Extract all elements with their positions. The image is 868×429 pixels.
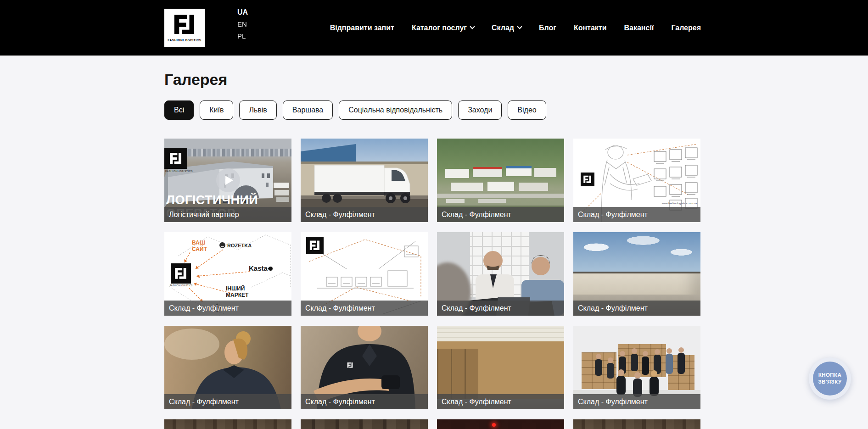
main-nav: Відправити запит Каталог послуг Склад Бл… <box>330 0 701 56</box>
gallery-grid: FASHIONLOGISTICS ЛОГІСТИЧНИЙ ОПЕРАТОР Ло… <box>164 139 701 429</box>
gallery-item-caption: Склад - Фулфілмент <box>164 301 291 316</box>
nav-warehouse[interactable]: Склад <box>492 24 521 32</box>
nav-blog[interactable]: Блог <box>539 24 556 32</box>
filter-events[interactable]: Заходи <box>458 100 502 120</box>
gallery-item[interactable]: Склад - Фулфілмент <box>164 326 291 409</box>
filter-lviv[interactable]: Львів <box>239 100 276 120</box>
contact-float-button[interactable]: КНОПКА ЗВ'ЯЗКУ <box>809 357 851 400</box>
gallery-item[interactable] <box>301 419 428 429</box>
rozetka-label: ROZETKA <box>219 242 252 248</box>
gallery-item[interactable] <box>573 419 700 429</box>
chevron-down-icon <box>470 24 475 29</box>
gallery-item[interactable]: Склад - Фулфілмент <box>573 232 700 316</box>
site-url-text: www.fashionlogistics.com.ua <box>662 202 697 205</box>
red-light-art <box>492 423 496 427</box>
brand-logo[interactable]: FASHIONLOGISTICS <box>164 9 205 47</box>
gallery-item-caption: Логістичний партнер <box>164 207 291 222</box>
brand-logo-mark <box>306 237 324 254</box>
gallery-item[interactable]: Склад - Фулфілмент <box>437 232 564 316</box>
gallery-item[interactable]: Склад - Фулфілмент <box>437 326 564 409</box>
filter-social-responsibility[interactable]: Соціальна відповідальність <box>339 100 452 120</box>
gallery-item[interactable]: Склад - Фулфілмент <box>437 139 564 222</box>
video-logo-badge <box>164 148 187 169</box>
nav-vacancies[interactable]: Вакансії <box>624 24 654 32</box>
gallery-item[interactable] <box>437 419 564 429</box>
brand-logo-mark <box>581 173 594 186</box>
nav-gallery[interactable]: Галерея <box>671 24 701 32</box>
gallery-item[interactable]: www.fashionlogistics.com.ua Склад - Фулф… <box>573 139 700 222</box>
page-title: Галерея <box>164 71 227 89</box>
filter-kyiv[interactable]: Київ <box>200 100 233 120</box>
gallery-item[interactable]: Склад - Фулфілмент <box>573 326 700 409</box>
ceiling-art <box>437 326 564 341</box>
gallery-item-video[interactable]: FASHIONLOGISTICS ЛОГІСТИЧНИЙ ОПЕРАТОР Ло… <box>164 139 291 222</box>
brand-logo-icon <box>172 11 197 37</box>
nav-service-catalog[interactable]: Каталог послуг <box>412 24 474 32</box>
gallery-item-caption: Склад - Фулфілмент <box>301 394 428 409</box>
nav-contacts[interactable]: Контакти <box>574 24 607 32</box>
gallery-item-caption: Склад - Фулфілмент <box>164 394 291 409</box>
language-switcher: UA EN PL <box>237 8 248 40</box>
lang-en[interactable]: EN <box>237 20 248 28</box>
filter-warsaw[interactable]: Варшава <box>283 100 333 120</box>
filter-all[interactable]: Всі <box>164 100 194 120</box>
building-art <box>573 272 700 295</box>
diagram-your-site-label: ВАШ САЙТ <box>192 240 214 252</box>
gallery-item-caption: Склад - Фулфілмент <box>573 301 700 316</box>
rozetka-icon <box>219 242 225 248</box>
gallery-item[interactable]: Склад - Фулфілмент <box>301 139 428 222</box>
gallery-item[interactable]: Склад - Фулфілмент <box>301 232 428 316</box>
box-stacks-art <box>437 349 478 400</box>
nav-send-request[interactable]: Відправити запит <box>330 24 394 32</box>
filter-video[interactable]: Відео <box>508 100 546 120</box>
play-button[interactable] <box>216 168 240 192</box>
other-market-label: ІНШИЙ МАРКЕТ <box>226 285 258 298</box>
gallery-item-caption: Склад - Фулфілмент <box>437 207 564 222</box>
kasta-label: Kasta <box>249 264 273 272</box>
gallery-filters: Всі Київ Львів Варшава Соціальна відпові… <box>164 100 546 120</box>
video-logo-text: FASHIONLOGISTICS <box>165 170 193 173</box>
gallery-item[interactable]: Склад - Фулфілмент <box>301 326 428 409</box>
gallery-item-caption: Склад - Фулфілмент <box>301 207 428 222</box>
contact-float-button-label: КНОПКА ЗВ'ЯЗКУ <box>813 362 847 396</box>
brand-logo-icon <box>168 151 183 166</box>
gallery-item-caption: Склад - Фулфілмент <box>301 301 428 316</box>
brand-logo-text: FASHIONLOGISTICS <box>168 39 202 42</box>
gallery-item[interactable] <box>164 419 291 429</box>
lang-ua[interactable]: UA <box>237 8 248 17</box>
play-icon <box>225 176 233 185</box>
chevron-down-icon <box>517 24 522 29</box>
gallery-item-caption: Склад - Фулфілмент <box>437 394 564 409</box>
lang-pl[interactable]: PL <box>237 32 248 40</box>
gallery-item-caption: Склад - Фулфілмент <box>437 301 564 316</box>
gallery-item-caption: Склад - Фулфілмент <box>573 207 700 222</box>
kasta-dot-icon <box>268 266 274 272</box>
gallery-item-caption: Склад - Фулфілмент <box>573 394 700 409</box>
brand-logo-mark-text: FASHIONLOGISTICS <box>170 284 192 287</box>
gallery-item[interactable]: ВАШ САЙТ ROZETKA Kasta ІНШИЙ МАРКЕТ FASH… <box>164 232 291 316</box>
header: FASHIONLOGISTICS UA EN PL Відправити зап… <box>0 0 868 56</box>
brand-logo-mark <box>171 263 191 284</box>
